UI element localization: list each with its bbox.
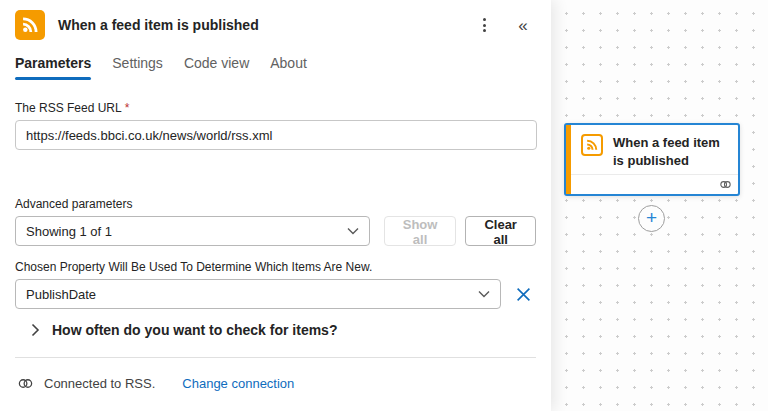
trigger-config-panel: When a feed item is published « Paramete… bbox=[0, 0, 551, 411]
trigger-card[interactable]: When a feed item is published bbox=[564, 123, 740, 196]
advanced-parameters-row: Showing 1 of 1 Show all Clear all bbox=[15, 216, 536, 246]
trigger-card-footer bbox=[571, 174, 738, 194]
required-asterisk: * bbox=[125, 101, 130, 115]
change-connection-link[interactable]: Change connection bbox=[182, 376, 294, 391]
tab-about[interactable]: About bbox=[270, 55, 307, 80]
tab-settings[interactable]: Settings bbox=[112, 55, 163, 80]
tab-code-view[interactable]: Code view bbox=[184, 55, 249, 80]
link-icon bbox=[719, 178, 732, 191]
dismiss-icon[interactable] bbox=[510, 281, 536, 307]
chosen-property-label: Chosen Property Will Be Used To Determin… bbox=[15, 260, 536, 274]
chosen-property-dropdown[interactable]: PublishDate bbox=[15, 279, 501, 309]
add-icon: + bbox=[646, 208, 657, 227]
show-all-button[interactable]: Show all bbox=[384, 216, 457, 246]
advanced-parameters-dropdown[interactable]: Showing 1 of 1 bbox=[15, 216, 370, 246]
trigger-card-body: When a feed item is published bbox=[566, 125, 738, 174]
recurrence-expander-label: How often do you want to check for items… bbox=[52, 322, 337, 338]
connection-footer: Connected to RSS. Change connection bbox=[17, 371, 536, 395]
rss-url-label: The RSS Feed URL* bbox=[15, 101, 536, 115]
connection-status: Connected to RSS. bbox=[44, 376, 155, 391]
flow-editor: When a feed item is published « Paramete… bbox=[0, 0, 768, 411]
advanced-dropdown-value: Showing 1 of 1 bbox=[26, 224, 112, 239]
chevron-right-icon bbox=[31, 323, 40, 337]
rss-url-input[interactable] bbox=[15, 120, 537, 150]
link-icon bbox=[17, 375, 34, 392]
add-action-button[interactable]: + bbox=[638, 205, 665, 232]
chosen-property-value: PublishDate bbox=[26, 287, 96, 302]
chevron-down-icon bbox=[478, 290, 490, 298]
tab-parameters[interactable]: Parameters bbox=[15, 55, 91, 80]
collapse-panel-icon[interactable]: « bbox=[510, 12, 536, 38]
trigger-card-title: When a feed item is published bbox=[613, 134, 732, 169]
clear-all-button[interactable]: Clear all bbox=[465, 216, 536, 246]
panel-tabs: Parameters Settings Code view About bbox=[15, 55, 536, 80]
flow-canvas[interactable]: When a feed item is published + bbox=[551, 0, 768, 411]
card-accent-bar bbox=[566, 125, 571, 194]
rss-icon bbox=[15, 10, 45, 40]
panel-header: When a feed item is published « bbox=[15, 10, 536, 40]
chosen-property-row: PublishDate bbox=[15, 279, 536, 309]
recurrence-expander[interactable]: How often do you want to check for items… bbox=[31, 322, 536, 338]
more-vertical-icon[interactable] bbox=[471, 12, 497, 38]
rss-icon bbox=[581, 134, 603, 156]
footer-divider bbox=[15, 357, 536, 358]
panel-title: When a feed item is published bbox=[58, 17, 458, 33]
advanced-parameters-label: Advanced parameters bbox=[15, 197, 536, 211]
chevron-down-icon bbox=[347, 227, 359, 235]
